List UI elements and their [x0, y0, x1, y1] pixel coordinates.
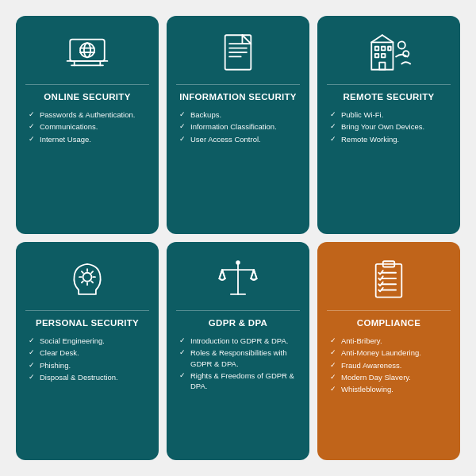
list-item: Introduction to GDPR & DPA.	[179, 336, 297, 346]
list-item: Passwords & Authentication.	[29, 109, 146, 120]
svg-line-34	[82, 281, 83, 282]
list-item: Backups.	[179, 109, 297, 120]
card-remote-security: REMOTE SECURITY Public Wi-Fi. Bring Your…	[317, 16, 460, 234]
card-title-personal-security: PERSONAL SECURITY	[36, 317, 139, 329]
list-item: Internet Usage.	[29, 134, 146, 144]
list-item: Fraud Awareness.	[330, 360, 447, 370]
svg-line-17	[382, 35, 393, 42]
svg-line-41	[254, 270, 257, 278]
checklist-icon	[363, 253, 414, 304]
svg-rect-18	[375, 47, 379, 51]
list-item: Social Engineering.	[29, 336, 146, 346]
document-icon	[213, 27, 263, 78]
list-item: Clear Desk.	[29, 347, 146, 358]
svg-line-38	[219, 270, 222, 278]
svg-rect-22	[382, 54, 386, 58]
svg-line-32	[91, 281, 93, 282]
laptop-globe-icon	[62, 27, 113, 78]
card-gdpr-dpa: GDPR & DPA Introduction to GDPR & DPA. R…	[167, 242, 309, 460]
card-compliance: COMPLIANCE Anti-Bribery. Anti-Money Laun…	[317, 242, 460, 460]
svg-line-33	[91, 271, 93, 273]
list-item: Disposal & Destruction.	[29, 372, 146, 382]
list-item: Bring Your Own Devices.	[330, 121, 447, 132]
svg-point-42	[236, 261, 240, 264]
card-list-compliance: Anti-Bribery. Anti-Money Laundering. Fra…	[327, 336, 451, 396]
building-people-icon	[363, 27, 414, 78]
head-gear-icon	[62, 253, 113, 304]
list-item: Rights & Freedoms of GDPR & DPA.	[179, 370, 297, 392]
list-item: Information Classification.	[179, 121, 297, 132]
card-title-remote-security: REMOTE SECURITY	[343, 91, 434, 103]
card-list-personal-security: Social Engineering. Clear Desk. Phishing…	[25, 336, 149, 384]
card-information-security: INFORMATION SECURITY Backups. Informatio…	[167, 16, 309, 234]
svg-point-24	[398, 41, 405, 48]
card-list-gdpr-dpa: Introduction to GDPR & DPA. Roles & Resp…	[176, 336, 300, 393]
list-item: Anti-Money Laundering.	[330, 347, 447, 358]
card-list-information-security: Backups. Information Classification. Use…	[176, 109, 300, 146]
card-title-gdpr-dpa: GDPR & DPA	[209, 317, 267, 329]
list-item: Whistleblowing.	[330, 384, 447, 394]
svg-rect-23	[379, 63, 385, 70]
card-title-online-security: ONLINE SECURITY	[44, 91, 130, 103]
list-item: Phishing.	[29, 360, 146, 370]
list-item: Remote Working.	[330, 134, 447, 144]
svg-rect-19	[382, 47, 386, 51]
svg-rect-43	[376, 264, 402, 298]
svg-point-5	[80, 43, 94, 57]
list-item: Public Wi-Fi.	[330, 109, 447, 120]
svg-line-16	[371, 35, 382, 42]
list-item: Roles & Responsibilities with GDPR & DPA…	[179, 347, 297, 369]
svg-point-26	[83, 273, 92, 282]
list-item: Anti-Bribery.	[330, 336, 447, 346]
list-item: User Access Control.	[179, 134, 297, 144]
svg-line-40	[251, 270, 254, 278]
list-item: Communications.	[29, 121, 146, 132]
svg-rect-20	[388, 47, 391, 51]
svg-line-39	[222, 270, 225, 278]
card-list-online-security: Passwords & Authentication. Communicatio…	[25, 109, 149, 146]
card-list-remote-security: Public Wi-Fi. Bring Your Own Devices. Re…	[327, 109, 451, 146]
svg-line-14	[242, 35, 251, 44]
main-grid: ONLINE SECURITY Passwords & Authenticati…	[8, 8, 468, 468]
svg-rect-21	[375, 54, 379, 58]
card-personal-security: PERSONAL SECURITY Social Engineering. Cl…	[16, 242, 159, 460]
card-title-information-security: INFORMATION SECURITY	[179, 91, 297, 103]
scales-icon	[213, 253, 263, 304]
list-item: Modern Day Slavery.	[330, 372, 447, 382]
card-title-compliance: COMPLIANCE	[357, 317, 420, 329]
card-online-security: ONLINE SECURITY Passwords & Authenticati…	[16, 16, 159, 234]
svg-point-6	[84, 43, 90, 57]
svg-line-31	[82, 271, 83, 273]
